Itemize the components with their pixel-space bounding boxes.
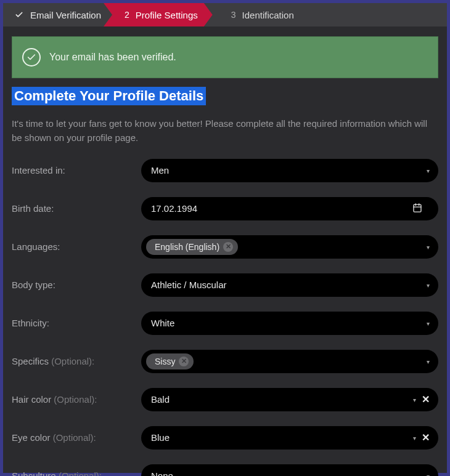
- step-profile-settings[interactable]: 2 Profile Settings: [104, 3, 213, 26]
- chevron-down-icon: ▾: [427, 243, 430, 250]
- chevron-down-icon: ▾: [427, 281, 430, 288]
- step-identification[interactable]: 3 Identification: [213, 3, 305, 26]
- clear-icon[interactable]: ✕: [420, 432, 431, 443]
- chevron-down-icon: ▾: [413, 434, 416, 441]
- success-banner: Your email has been verified.: [12, 36, 438, 78]
- label-body-type: Body type:: [12, 280, 141, 290]
- select-ethnicity[interactable]: White ▾: [141, 312, 438, 335]
- label-birth-date: Birth date:: [12, 203, 141, 214]
- label-interested-in: Interested in:: [12, 165, 141, 175]
- row-eye-color: Eye color (Optional): Blue ▾ ✕: [12, 426, 438, 450]
- row-interested-in: Interested in: Men ▾: [12, 159, 438, 182]
- remove-tag-icon[interactable]: ✕: [223, 242, 233, 252]
- page-title: Complete Your Profile Details: [12, 87, 206, 105]
- chevron-down-icon: ▾: [427, 320, 430, 326]
- tag-specific: Sissy ✕: [146, 353, 194, 369]
- select-interested-in-value: Men: [151, 165, 169, 175]
- check-circle-icon: [22, 48, 41, 67]
- row-languages: Languages: English (English) ✕ ▾: [12, 235, 438, 259]
- select-eye-color[interactable]: Blue ▾ ✕: [141, 426, 438, 450]
- select-specifics[interactable]: Sissy ✕ ▾: [141, 350, 438, 373]
- select-body-type[interactable]: Athletic / Muscular ▾: [141, 273, 438, 297]
- step-2-number: 2: [125, 10, 129, 20]
- chevron-down-icon: ▾: [427, 472, 430, 476]
- label-eye-color: Eye color (Optional):: [12, 432, 141, 443]
- select-body-type-value: Athletic / Muscular: [151, 280, 227, 290]
- row-birth-date: Birth date: 17.02.1994: [12, 197, 438, 220]
- clear-icon[interactable]: ✕: [420, 393, 431, 405]
- banner-text: Your email has been verified.: [49, 52, 176, 63]
- row-body-type: Body type: Athletic / Muscular ▾: [12, 273, 438, 297]
- select-languages[interactable]: English (English) ✕ ▾: [141, 235, 438, 259]
- label-subculture: Subculture (Optional):: [12, 470, 141, 476]
- tag-language: English (English) ✕: [146, 239, 238, 255]
- svg-rect-0: [414, 204, 421, 212]
- select-eye-color-value: Blue: [151, 432, 170, 443]
- app-frame: Email Verification 2 Profile Settings 3 …: [0, 0, 450, 476]
- content-area: Complete Your Profile Details It's time …: [3, 87, 447, 476]
- intro-text: It's time to let your fans get to know y…: [12, 116, 438, 145]
- tag-language-label: English (English): [155, 242, 219, 252]
- step-1-label: Email Verification: [30, 10, 101, 20]
- label-ethnicity: Ethnicity:: [12, 318, 141, 328]
- row-hair-color: Hair color (Optional): Bald ▾ ✕: [12, 388, 438, 411]
- label-hair-color: Hair color (Optional):: [12, 394, 141, 405]
- row-subculture: Subculture (Optional): None ▾: [12, 464, 438, 477]
- input-birth-date[interactable]: 17.02.1994: [141, 197, 438, 220]
- row-ethnicity: Ethnicity: White ▾: [12, 312, 438, 335]
- step-2-label: Profile Settings: [136, 10, 198, 20]
- check-icon: [14, 10, 24, 20]
- select-interested-in[interactable]: Men ▾: [141, 159, 438, 182]
- birth-date-value: 17.02.1994: [151, 203, 197, 214]
- tag-specific-label: Sissy: [155, 357, 175, 366]
- select-hair-color-value: Bald: [151, 394, 170, 405]
- chevron-down-icon: ▾: [427, 167, 430, 174]
- step-email-verification[interactable]: Email Verification: [3, 3, 112, 26]
- chevron-down-icon: ▾: [413, 396, 416, 403]
- select-subculture[interactable]: None ▾: [141, 464, 438, 477]
- step-3-number: 3: [231, 10, 236, 20]
- step-3-label: Identification: [242, 10, 294, 20]
- label-languages: Languages:: [12, 241, 141, 252]
- remove-tag-icon[interactable]: ✕: [179, 357, 189, 366]
- calendar-icon[interactable]: [412, 203, 422, 214]
- row-specifics: Specifics (Optional): Sissy ✕ ▾: [12, 350, 438, 373]
- select-hair-color[interactable]: Bald ▾ ✕: [141, 388, 438, 411]
- stepper: Email Verification 2 Profile Settings 3 …: [3, 3, 447, 26]
- label-specifics: Specifics (Optional):: [12, 356, 141, 366]
- chevron-down-icon: ▾: [427, 358, 430, 365]
- select-ethnicity-value: White: [151, 318, 174, 328]
- select-subculture-value: None: [151, 470, 173, 476]
